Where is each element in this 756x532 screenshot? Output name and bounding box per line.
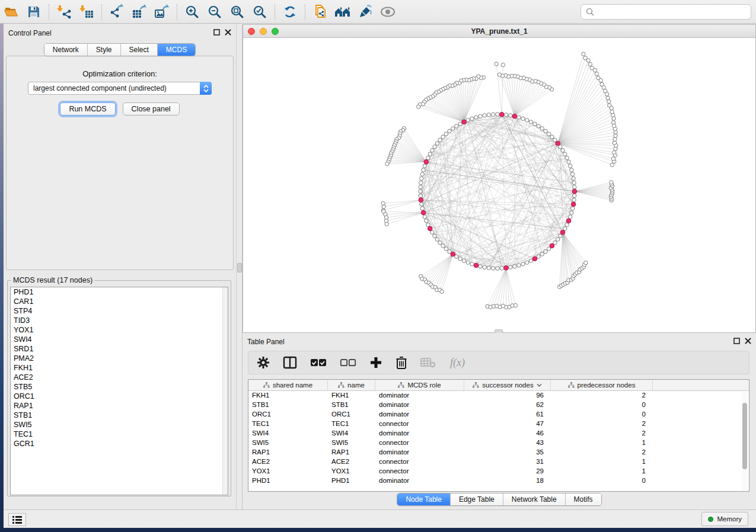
- network-node[interactable]: [525, 118, 529, 122]
- network-node[interactable]: [550, 135, 554, 139]
- network-node[interactable]: [590, 66, 594, 70]
- table-row[interactable]: PHD1PHD1dominator180: [248, 476, 749, 486]
- network-node[interactable]: [607, 100, 611, 103]
- network-node[interactable]: [572, 177, 575, 180]
- column-header-predecessor-nodes[interactable]: predecessor nodes: [551, 380, 653, 390]
- annotation-mode-button[interactable]: [354, 2, 377, 21]
- network-node[interactable]: [517, 116, 521, 119]
- tab-select[interactable]: Select: [121, 44, 158, 56]
- network-node[interactable]: [497, 73, 501, 76]
- network-node[interactable]: [385, 162, 389, 165]
- network-node[interactable]: [426, 156, 430, 159]
- run-mcds-button[interactable]: Run MCDS: [60, 102, 115, 116]
- network-node[interactable]: [550, 243, 554, 248]
- network-node[interactable]: [492, 267, 495, 270]
- network-node[interactable]: [495, 62, 498, 66]
- network-node[interactable]: [417, 105, 420, 108]
- network-node[interactable]: [496, 113, 499, 116]
- mcds-result-item[interactable]: CAR1: [11, 297, 228, 306]
- network-node[interactable]: [560, 230, 565, 235]
- network-node[interactable]: [444, 247, 448, 251]
- column-header-MCDS-role[interactable]: MCDS role: [375, 380, 464, 390]
- network-node[interactable]: [573, 185, 576, 189]
- network-node[interactable]: [556, 238, 559, 241]
- network-node[interactable]: [582, 52, 585, 56]
- network-node[interactable]: [509, 114, 512, 117]
- network-node[interactable]: [504, 113, 508, 117]
- network-node[interactable]: [420, 207, 424, 210]
- select-all-button[interactable]: [310, 358, 327, 367]
- network-node[interactable]: [451, 252, 455, 257]
- float-panel-icon[interactable]: [733, 338, 740, 344]
- table-row[interactable]: YOX1YOX1connector291: [248, 467, 749, 476]
- export-image-button[interactable]: [151, 2, 173, 21]
- close-panel-icon[interactable]: [225, 29, 231, 36]
- network-node[interactable]: [613, 150, 616, 154]
- network-node[interactable]: [423, 164, 426, 168]
- mcds-result-item[interactable]: STP4: [11, 306, 228, 316]
- network-node[interactable]: [569, 164, 572, 168]
- network-node[interactable]: [458, 257, 462, 261]
- mcds-result-item[interactable]: ACE2: [11, 373, 228, 382]
- network-node[interactable]: [440, 290, 444, 293]
- mcds-result-item[interactable]: FKH1: [11, 363, 228, 373]
- network-node[interactable]: [572, 181, 576, 184]
- network-node[interactable]: [455, 124, 458, 128]
- network-node[interactable]: [537, 124, 540, 128]
- network-node[interactable]: [544, 129, 547, 133]
- network-node[interactable]: [470, 262, 474, 266]
- network-node[interactable]: [573, 194, 576, 197]
- task-history-button[interactable]: [8, 513, 26, 526]
- network-node[interactable]: [532, 257, 537, 261]
- network-node[interactable]: [540, 127, 544, 130]
- table-tab-edge-table[interactable]: Edge Table: [451, 493, 503, 505]
- tab-mcds[interactable]: MCDS: [158, 44, 195, 56]
- zoom-fit-button[interactable]: [226, 2, 248, 21]
- mcds-result-item[interactable]: TEC1: [11, 430, 228, 439]
- network-node[interactable]: [544, 249, 547, 253]
- network-node[interactable]: [547, 132, 550, 136]
- mcds-result-item[interactable]: YOX1: [11, 325, 228, 335]
- network-node[interactable]: [572, 198, 576, 201]
- network-node[interactable]: [571, 202, 576, 207]
- network-node[interactable]: [595, 72, 598, 76]
- vertical-splitter[interactable]: [236, 24, 243, 509]
- table-row[interactable]: RAP1RAP1dominator352: [248, 448, 749, 457]
- network-node[interactable]: [521, 117, 525, 120]
- mcds-result-item[interactable]: ORC1: [11, 392, 228, 401]
- network-node[interactable]: [462, 259, 465, 262]
- network-node[interactable]: [521, 262, 525, 266]
- network-node[interactable]: [487, 266, 490, 270]
- network-node[interactable]: [419, 185, 422, 189]
- optimization-criterion-select[interactable]: largest connected component (undirected): [28, 82, 212, 95]
- network-node[interactable]: [496, 267, 499, 270]
- tab-style[interactable]: Style: [88, 44, 121, 56]
- network-node[interactable]: [474, 116, 478, 119]
- column-header-name[interactable]: name: [328, 380, 375, 390]
- deselect-all-button[interactable]: [340, 358, 356, 367]
- table-row[interactable]: ORC1ORC1dominator610: [248, 410, 749, 419]
- network-node[interactable]: [567, 160, 570, 164]
- import-table-button[interactable]: [75, 2, 98, 21]
- network-node[interactable]: [420, 172, 424, 176]
- zoom-out-button[interactable]: [203, 2, 226, 21]
- network-node[interactable]: [419, 190, 422, 193]
- table-scrollbar[interactable]: [742, 392, 748, 491]
- network-node[interactable]: [540, 252, 544, 256]
- network-node[interactable]: [420, 203, 423, 206]
- network-node[interactable]: [611, 157, 615, 161]
- open-file-button[interactable]: [0, 2, 23, 21]
- network-node[interactable]: [423, 215, 426, 219]
- network-node[interactable]: [565, 156, 569, 159]
- clone-network-button[interactable]: [309, 2, 331, 21]
- network-node[interactable]: [385, 222, 388, 226]
- network-node[interactable]: [513, 303, 517, 307]
- table-scrollbar-thumb[interactable]: [742, 403, 747, 469]
- network-node[interactable]: [424, 159, 429, 164]
- network-node[interactable]: [610, 181, 613, 184]
- network-node[interactable]: [428, 152, 432, 156]
- network-node[interactable]: [479, 265, 482, 268]
- mcds-result-item[interactable]: TID3: [11, 316, 228, 325]
- table-row[interactable]: FKH1FKH1dominator962: [248, 391, 749, 400]
- show-columns-button[interactable]: [283, 356, 297, 369]
